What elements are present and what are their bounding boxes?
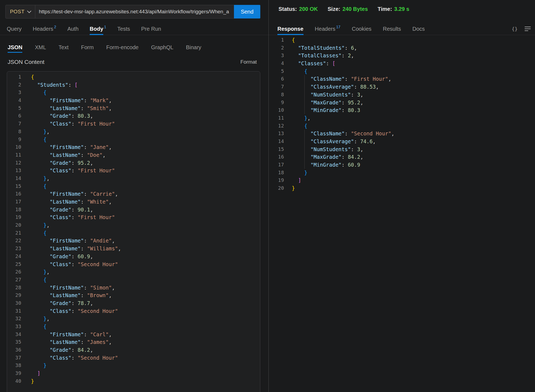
code-line: 40}: [7, 377, 260, 385]
code-line: 16 "MaxGrade": 84.2,: [271, 153, 535, 161]
code-line: 12 "Grade": 95.2,: [7, 159, 260, 167]
tab-docs[interactable]: Docs: [412, 23, 425, 35]
code-line: 14 "ClassAverage": 74.6,: [271, 138, 535, 145]
code-line: 6 "Grade": 80.3,: [7, 112, 260, 120]
code-line: 19 "Class": "First Hour": [7, 213, 260, 221]
body-tab-json[interactable]: JSON: [8, 41, 22, 53]
code-line: 14 },: [7, 175, 260, 182]
format-button[interactable]: Format: [240, 59, 257, 65]
body-tab-text[interactable]: Text: [59, 41, 69, 53]
code-line: 9 {: [7, 136, 260, 144]
code-line: 13 "ClassName": "Second Hour",: [271, 130, 535, 138]
url-row: POST Send: [5, 5, 260, 18]
code-line: 24 "Grade": 60.9,: [7, 253, 260, 260]
line-number: 14: [7, 175, 21, 182]
code-line: 2 "Students": [: [7, 81, 260, 89]
line-number: 34: [7, 331, 21, 338]
line-number: 39: [7, 369, 21, 377]
body-tab-form-encode[interactable]: Form-encode: [106, 41, 139, 53]
line-number: 18: [7, 206, 21, 214]
braces-icon[interactable]: {}: [512, 26, 518, 32]
body-tab-graphql[interactable]: GraphQL: [151, 41, 173, 53]
line-number: 20: [7, 221, 21, 229]
code-line: 1{: [7, 73, 260, 81]
code-line: 21 {: [7, 229, 260, 237]
body-tab-binary[interactable]: Binary: [186, 41, 201, 53]
body-type-tabbar: JSON XML Text Form Form-encode GraphQL B…: [0, 41, 268, 53]
line-number: 38: [7, 362, 21, 369]
line-number: 18: [271, 169, 284, 177]
line-number: 22: [7, 237, 21, 245]
line-number: 9: [271, 99, 284, 107]
tab-response[interactable]: Response: [277, 23, 304, 35]
code-line: 20 },: [7, 221, 260, 229]
request-body-editor[interactable]: 1{2 "Students": [3 {4 "FirstName": "Mark…: [7, 71, 260, 392]
line-number: 15: [271, 145, 284, 153]
tab-body[interactable]: Body 1: [90, 23, 106, 35]
time-label: Time:: [378, 6, 392, 12]
send-button[interactable]: Send: [234, 5, 260, 18]
line-number: 5: [7, 104, 21, 112]
line-number: 4: [271, 60, 284, 67]
line-number: 2: [271, 44, 284, 52]
line-number: 40: [7, 377, 21, 385]
time-stat: Time:3.29 s: [378, 6, 409, 12]
line-number: 36: [7, 346, 21, 354]
tab-response-headers[interactable]: Headers 17: [315, 23, 340, 35]
code-line: 7 "Class": "First Hour": [7, 120, 260, 128]
response-status-row: Status:200 OK Size:240 Bytes Time:3.29 s: [279, 6, 409, 12]
response-body-viewer[interactable]: 1{2 "TotalStudents": 6,3 "TotalClasses":…: [271, 36, 535, 392]
tab-pre-run[interactable]: Pre Run: [141, 23, 161, 35]
time-value: 3.29 s: [394, 6, 409, 12]
line-number: 4: [7, 97, 21, 104]
line-number: 13: [271, 130, 284, 138]
line-number: 28: [7, 284, 21, 292]
code-line: 10 "MinGrade": 80.3: [271, 106, 535, 114]
line-number: 5: [271, 67, 284, 75]
line-number: 1: [271, 36, 284, 44]
line-number: 8: [7, 128, 21, 136]
tab-query[interactable]: Query: [7, 23, 21, 35]
tab-headers[interactable]: Headers 2: [33, 23, 56, 35]
code-line: 10 "FirstName": "Jane",: [7, 143, 260, 151]
code-line: 18 }: [271, 169, 535, 177]
line-number: 26: [7, 268, 21, 276]
line-number: 10: [7, 143, 21, 151]
line-number: 20: [271, 184, 284, 192]
line-number: 7: [271, 83, 284, 91]
code-line: 36 "Grade": 84.2,: [7, 346, 260, 354]
line-number: 33: [7, 323, 21, 331]
code-line: 8 "NumStudents": 3,: [271, 91, 535, 99]
code-line: 25 "Class": "Second Hour": [7, 260, 260, 268]
size-label: Size:: [328, 6, 340, 12]
line-number: 37: [7, 354, 21, 362]
line-number: 30: [7, 299, 21, 307]
line-number: 14: [271, 138, 284, 145]
size-value: 240 Bytes: [342, 6, 368, 12]
tab-cookies[interactable]: Cookies: [352, 23, 371, 35]
line-number: 6: [7, 112, 21, 120]
code-line: 13 "Class": "First Hour": [7, 167, 260, 175]
code-line: 17 "MinGrade": 60.9: [271, 161, 535, 169]
code-line: 22 "FirstName": "Andie",: [7, 237, 260, 245]
line-number: 21: [7, 229, 21, 237]
method-select[interactable]: POST: [6, 5, 35, 18]
line-number: 7: [7, 120, 21, 128]
code-line: 34 "FirstName": "Carl",: [7, 331, 260, 338]
menu-icon[interactable]: [525, 27, 531, 31]
line-number: 11: [271, 114, 284, 122]
body-tab-xml[interactable]: XML: [35, 41, 46, 53]
method-label: POST: [10, 9, 25, 15]
response-tabbar: Response Headers 17 Cookies Results Docs…: [269, 23, 535, 35]
url-input[interactable]: [35, 5, 234, 18]
tab-auth[interactable]: Auth: [67, 23, 79, 35]
chevron-down-icon: [27, 9, 32, 13]
code-line: 5 {: [271, 67, 535, 75]
code-line: 32 },: [7, 315, 260, 323]
tab-results[interactable]: Results: [383, 23, 401, 35]
tab-tests[interactable]: Tests: [117, 23, 130, 35]
body-tab-form[interactable]: Form: [81, 41, 94, 53]
body-count-badge: 1: [104, 25, 106, 29]
status-stat: Status:200 OK: [279, 6, 318, 12]
line-number: 24: [7, 253, 21, 260]
